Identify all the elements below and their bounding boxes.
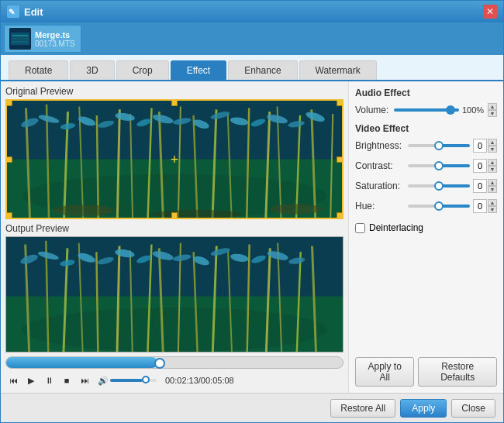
file-names: Merge.ts 00173.MTS xyxy=(35,30,75,48)
time-display: 00:02:13/00:05:08 xyxy=(165,376,234,385)
crosshair-icon: + xyxy=(171,151,179,167)
tab-crop[interactable]: Crop xyxy=(116,60,169,80)
brightness-value: 0 xyxy=(473,139,487,153)
contrast-value: 0 xyxy=(473,159,487,173)
timeline-thumb[interactable] xyxy=(154,358,165,369)
deinterlacing-row: Deinterlacing xyxy=(355,222,497,233)
volume-value: 100% xyxy=(462,105,487,115)
brightness-spin-up[interactable]: ▲ xyxy=(488,139,497,146)
volume-row: Volume: 100% ▲ ▼ xyxy=(355,103,497,117)
crop-handle-bl[interactable] xyxy=(6,212,12,218)
volume-slider-fill xyxy=(110,379,143,382)
saturation-spin-up[interactable]: ▲ xyxy=(488,179,497,186)
crop-handle-mr[interactable] xyxy=(337,156,343,163)
left-panel: Original Preview xyxy=(1,81,348,393)
hue-spinners: ▲ ▼ xyxy=(488,199,497,213)
main-content: Original Preview xyxy=(1,81,503,393)
timeline-bar[interactable] xyxy=(5,356,343,369)
brightness-slider[interactable] xyxy=(408,144,470,147)
brightness-spinners: ▲ ▼ xyxy=(488,139,497,153)
file-bar: Merge.ts 00173.MTS xyxy=(1,22,503,55)
skip-back-button[interactable]: ⏮ xyxy=(5,373,21,388)
contrast-row: Contrast: 0 ▲ ▼ xyxy=(355,159,497,173)
hue-label: Hue: xyxy=(355,201,408,212)
tab-enhance[interactable]: Enhance xyxy=(228,60,297,80)
volume-slider-thumb[interactable] xyxy=(446,105,455,115)
crop-handle-ml[interactable] xyxy=(6,156,12,163)
contrast-spin-up[interactable]: ▲ xyxy=(488,159,497,166)
output-preview-label: Output Preview xyxy=(5,223,343,234)
original-video-frame: + xyxy=(7,101,342,218)
close-window-button[interactable]: ✕ xyxy=(483,5,497,19)
svg-text:✎: ✎ xyxy=(9,8,15,16)
hue-slider-container xyxy=(408,200,470,212)
volume-spin-up[interactable]: ▲ xyxy=(488,103,497,110)
svg-point-45 xyxy=(53,205,114,216)
window-title: Edit xyxy=(24,6,483,18)
apply-button[interactable]: Apply xyxy=(400,399,447,418)
tab-rotate[interactable]: Rotate xyxy=(9,60,68,80)
saturation-spin-down[interactable]: ▼ xyxy=(488,186,497,193)
saturation-label: Saturation: xyxy=(355,181,408,191)
brightness-slider-container xyxy=(408,139,470,152)
transport-bar: ⏮ ▶ ⏸ ■ ⏭ 🔊 00:02:13/00:05:08 xyxy=(5,373,343,388)
crop-handle-tm[interactable] xyxy=(171,100,178,106)
tabs-bar: Rotate 3D Crop Effect Enhance Watermark xyxy=(1,55,503,81)
volume-slider[interactable] xyxy=(394,108,459,112)
timeline-progress xyxy=(6,357,157,368)
stop-button[interactable]: ■ xyxy=(59,373,74,388)
contrast-slider[interactable] xyxy=(408,164,470,167)
tab-3d[interactable]: 3D xyxy=(70,60,114,80)
deinterlacing-label: Deinterlacing xyxy=(369,222,423,233)
saturation-slider[interactable] xyxy=(408,184,470,187)
tab-effect[interactable]: Effect xyxy=(171,60,226,80)
play-button[interactable]: ▶ xyxy=(23,373,39,388)
crop-handle-bm[interactable] xyxy=(171,212,178,218)
file-name-secondary: 00173.MTS xyxy=(35,40,75,48)
volume-slider-thumb[interactable] xyxy=(142,376,150,383)
brightness-spin-down[interactable]: ▼ xyxy=(488,146,497,153)
svg-point-47 xyxy=(270,204,323,214)
edit-window: ✎ Edit ✕ Merge.ts 00173.MTS R xyxy=(0,0,504,423)
volume-mini-slider[interactable] xyxy=(110,379,157,382)
file-thumbnail xyxy=(9,28,31,50)
apply-restore-section: Apply to All Restore Defaults xyxy=(355,357,497,387)
original-preview-video: + xyxy=(5,99,343,219)
right-panel: Audio Effect Volume: 100% ▲ ▼ Video Effe… xyxy=(348,81,503,393)
crop-handle-br[interactable] xyxy=(337,212,343,218)
hue-spin-down[interactable]: ▼ xyxy=(488,206,497,213)
audio-effect-title: Audio Effect xyxy=(355,88,497,98)
volume-spinners: ▲ ▼ xyxy=(488,103,497,117)
bottom-bar: Restore All Apply Close xyxy=(1,393,503,422)
hue-slider[interactable] xyxy=(408,205,470,208)
deinterlacing-checkbox[interactable] xyxy=(355,223,365,233)
saturation-value: 0 xyxy=(473,179,487,193)
hue-spin-up[interactable]: ▲ xyxy=(488,199,497,206)
restore-defaults-button[interactable]: Restore Defaults xyxy=(418,357,497,387)
saturation-slider-container xyxy=(408,180,470,192)
hue-row: Hue: 0 ▲ ▼ xyxy=(355,199,497,213)
title-bar: ✎ Edit ✕ xyxy=(1,1,503,22)
contrast-label: Contrast: xyxy=(355,160,408,171)
close-button[interactable]: Close xyxy=(451,399,495,418)
saturation-row: Saturation: 0 ▲ ▼ xyxy=(355,179,497,193)
volume-spin-down[interactable]: ▼ xyxy=(488,110,497,117)
file-item[interactable]: Merge.ts 00173.MTS xyxy=(4,25,81,53)
skip-forward-button[interactable]: ⏭ xyxy=(77,373,92,388)
window-icon: ✎ xyxy=(7,5,19,18)
output-preview-video xyxy=(5,236,343,352)
apply-to-all-button[interactable]: Apply to All xyxy=(355,357,414,387)
saturation-spinners: ▲ ▼ xyxy=(488,179,497,193)
tab-watermark[interactable]: Watermark xyxy=(299,60,377,80)
crop-handle-tr[interactable] xyxy=(337,100,343,106)
hue-value: 0 xyxy=(473,199,487,213)
original-preview-label: Original Preview xyxy=(5,86,343,97)
volume-section: 🔊 xyxy=(98,376,157,386)
restore-all-button[interactable]: Restore All xyxy=(330,399,395,418)
contrast-slider-container xyxy=(408,160,470,172)
brightness-row: Brightness: 0 ▲ ▼ xyxy=(355,139,497,153)
contrast-spin-down[interactable]: ▼ xyxy=(488,166,497,173)
crop-handle-tl[interactable] xyxy=(6,100,12,106)
file-name-primary: Merge.ts xyxy=(35,30,75,40)
pause-button[interactable]: ⏸ xyxy=(41,373,57,388)
